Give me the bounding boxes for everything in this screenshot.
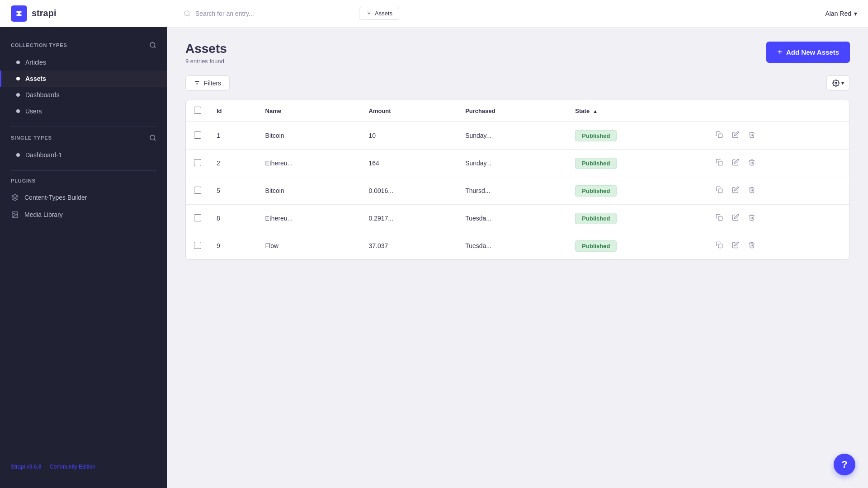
sidebar-single-title: SINGLE TYPES xyxy=(11,135,52,141)
add-new-assets-button[interactable]: + Add New Assets xyxy=(766,42,850,63)
add-icon: + xyxy=(777,47,783,57)
svg-point-0 xyxy=(184,11,189,16)
help-icon: ? xyxy=(841,459,847,470)
header-actions xyxy=(707,100,849,122)
row-checkbox[interactable] xyxy=(194,187,201,194)
topbar-center: Search for an entry... Assets xyxy=(178,6,825,21)
row-purchased: Thursd... xyxy=(458,177,568,205)
topbar-filter-badge[interactable]: Assets xyxy=(359,7,399,20)
delete-button[interactable] xyxy=(746,157,757,169)
select-all-checkbox[interactable] xyxy=(194,107,201,114)
row-state: Published xyxy=(568,232,707,260)
header-purchased[interactable]: Purchased xyxy=(458,100,568,122)
header-name[interactable]: Name xyxy=(258,100,362,122)
sidebar-bullet xyxy=(16,153,20,157)
settings-button[interactable]: ▾ xyxy=(826,75,850,91)
sidebar-item-assets[interactable]: Assets xyxy=(0,70,167,87)
sidebar-collection-search-icon[interactable] xyxy=(149,42,156,49)
sidebar-single-types: SINGLE TYPES Dashboard-1 xyxy=(0,131,167,163)
sidebar-item-label: Articles xyxy=(25,59,46,66)
sidebar-version: Strapi v3.6.8 — Community Edition xyxy=(0,456,167,477)
row-checkbox[interactable] xyxy=(194,214,201,221)
edit-button[interactable] xyxy=(730,239,741,252)
svg-rect-11 xyxy=(718,134,722,138)
strapi-logo-icon xyxy=(11,5,27,22)
topbar-filter-label: Assets xyxy=(375,10,392,17)
page-title: Assets xyxy=(185,42,227,56)
search-box[interactable]: Search for an entry... xyxy=(178,6,359,21)
row-actions xyxy=(707,150,849,177)
delete-button[interactable] xyxy=(746,129,757,142)
filter-icon xyxy=(194,80,200,86)
svg-rect-14 xyxy=(718,216,722,221)
sidebar-item-label: Users xyxy=(25,108,42,115)
sidebar-item-dashboard-1[interactable]: Dashboard-1 xyxy=(0,147,167,163)
row-state: Published xyxy=(568,205,707,232)
edit-button[interactable] xyxy=(730,184,741,197)
sidebar-item-media-library[interactable]: Media Library xyxy=(0,206,167,223)
filters-button[interactable]: Filters xyxy=(185,75,230,91)
svg-point-10 xyxy=(835,82,837,84)
header-state[interactable]: State ▲ xyxy=(568,100,707,122)
row-checkbox[interactable] xyxy=(194,242,201,249)
svg-point-4 xyxy=(150,42,155,47)
delete-button[interactable] xyxy=(746,212,757,225)
row-name: Ethereu... xyxy=(258,150,362,177)
header-id[interactable]: Id xyxy=(209,100,258,122)
sidebar-item-articles[interactable]: Articles xyxy=(0,54,167,70)
row-checkbox[interactable] xyxy=(194,159,201,166)
search-placeholder: Search for an entry... xyxy=(195,10,254,17)
sidebar-item-content-types-builder[interactable]: Content-Types Builder xyxy=(0,189,167,206)
row-checkbox[interactable] xyxy=(194,131,201,139)
header-state-label: State xyxy=(575,108,590,114)
duplicate-button[interactable] xyxy=(714,157,725,169)
status-badge: Published xyxy=(575,213,617,224)
content-types-icon xyxy=(11,193,19,202)
sidebar-single-search-icon[interactable] xyxy=(149,134,156,141)
duplicate-button[interactable] xyxy=(714,212,725,225)
sidebar-item-users[interactable]: Users xyxy=(0,103,167,119)
sidebar-collection-title: COLLECTION TYPES xyxy=(11,42,67,48)
delete-button[interactable] xyxy=(746,239,757,252)
row-purchased: Tuesda... xyxy=(458,205,568,232)
edit-button[interactable] xyxy=(730,157,741,169)
row-amount: 164 xyxy=(362,150,458,177)
row-name: Flow xyxy=(258,232,362,260)
row-amount: 10 xyxy=(362,122,458,150)
sidebar-bullet xyxy=(16,61,20,64)
row-purchased: Sunday... xyxy=(458,122,568,150)
row-id: 8 xyxy=(209,205,258,232)
svg-point-6 xyxy=(14,213,14,214)
edit-button[interactable] xyxy=(730,212,741,225)
row-amount: 0.2917... xyxy=(362,205,458,232)
logo-text: strapi xyxy=(32,8,56,19)
delete-button[interactable] xyxy=(746,184,757,197)
main-content: Assets 9 entries found + Add New Assets … xyxy=(167,27,868,488)
svg-rect-13 xyxy=(718,189,722,193)
add-button-label: Add New Assets xyxy=(786,48,839,56)
sidebar-item-dashboards[interactable]: Dashboards xyxy=(0,87,167,103)
user-menu[interactable]: Alan Red ▾ xyxy=(825,10,857,17)
sidebar-plugins: PLUGINS Content-Types Builder Media Libr… xyxy=(0,174,167,223)
edit-button[interactable] xyxy=(730,129,741,142)
svg-rect-12 xyxy=(718,161,722,165)
user-name: Alan Red xyxy=(825,10,851,17)
logo-area: strapi xyxy=(11,5,56,22)
settings-dropdown-icon: ▾ xyxy=(841,80,844,86)
table-header: Id Name Amount Purchased xyxy=(186,100,849,122)
row-id: 2 xyxy=(209,150,258,177)
header-amount[interactable]: Amount xyxy=(362,100,458,122)
table-body: 1 Bitcoin 10 Sunday... Published xyxy=(186,122,849,260)
row-name: Ethereu... xyxy=(258,205,362,232)
duplicate-button[interactable] xyxy=(714,184,725,197)
help-button[interactable]: ? xyxy=(834,454,855,475)
sidebar-item-label: Dashboard-1 xyxy=(25,151,62,159)
table-row: 5 Bitcoin 0.0016... Thursd... Published xyxy=(186,177,849,205)
row-actions xyxy=(707,177,849,205)
sidebar-collection-header: COLLECTION TYPES xyxy=(0,38,167,52)
duplicate-button[interactable] xyxy=(714,129,725,142)
topbar-right: Alan Red ▾ xyxy=(825,10,857,17)
duplicate-button[interactable] xyxy=(714,239,725,252)
row-id: 1 xyxy=(209,122,258,150)
table-row: 2 Ethereu... 164 Sunday... Published xyxy=(186,150,849,177)
